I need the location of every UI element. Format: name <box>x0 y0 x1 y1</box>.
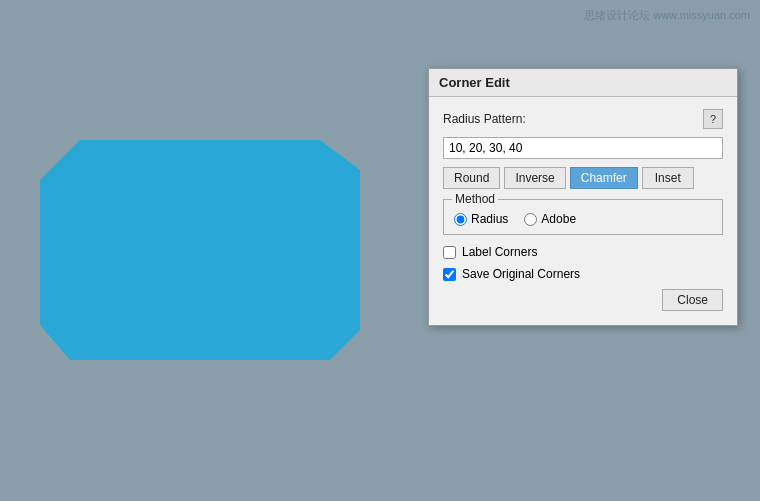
close-button[interactable]: Close <box>662 289 723 311</box>
corner-edit-dialog: Corner Edit Radius Pattern: ? Round Inve… <box>428 68 738 326</box>
round-button[interactable]: Round <box>443 167 500 189</box>
watermark-text: 思绪设计论坛 www.missyuan.com <box>584 8 750 23</box>
radius-pattern-input[interactable] <box>443 137 723 159</box>
chamfer-button[interactable]: Chamfer <box>570 167 638 189</box>
canvas-shape <box>40 140 360 360</box>
method-group: Method Radius Adobe <box>443 199 723 235</box>
save-original-text: Save Original Corners <box>462 267 580 281</box>
radius-pattern-label: Radius Pattern: <box>443 112 703 126</box>
dialog-title: Corner Edit <box>429 69 737 97</box>
svg-marker-0 <box>40 140 360 360</box>
method-legend: Method <box>452 192 498 206</box>
save-original-checkbox[interactable] <box>443 268 456 281</box>
inset-button[interactable]: Inset <box>642 167 694 189</box>
adobe-radio-label[interactable]: Adobe <box>524 212 576 226</box>
adobe-radio-text: Adobe <box>541 212 576 226</box>
label-corners-text: Label Corners <box>462 245 537 259</box>
radius-radio-label[interactable]: Radius <box>454 212 508 226</box>
label-corners-checkbox[interactable] <box>443 246 456 259</box>
label-corners-row: Label Corners <box>443 245 723 259</box>
radius-radio-text: Radius <box>471 212 508 226</box>
save-original-row: Save Original Corners <box>443 267 723 281</box>
corner-type-buttons: Round Inverse Chamfer Inset <box>443 167 723 189</box>
radius-radio[interactable] <box>454 213 467 226</box>
adobe-radio[interactable] <box>524 213 537 226</box>
help-button[interactable]: ? <box>703 109 723 129</box>
inverse-button[interactable]: Inverse <box>504 167 565 189</box>
